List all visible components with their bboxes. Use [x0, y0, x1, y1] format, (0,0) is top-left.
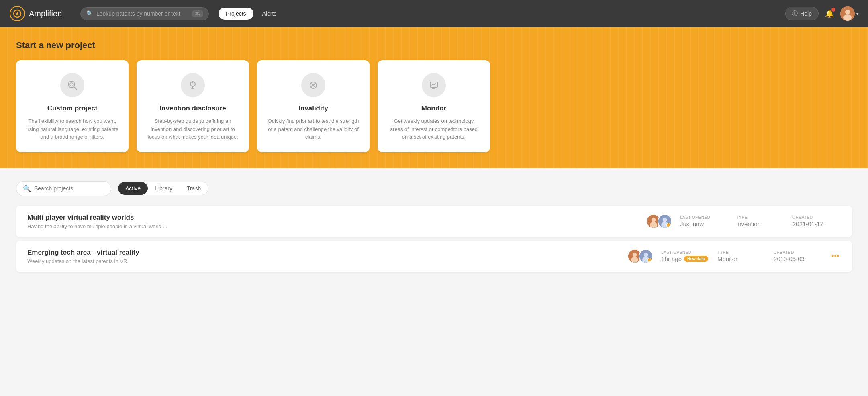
last-opened-value-2: 1hr ago New data	[661, 255, 709, 262]
svg-point-28	[644, 253, 648, 257]
project-avatars-1	[646, 214, 672, 229]
svg-marker-1	[16, 11, 18, 15]
project-desc-1: Having the ability to have multiple peop…	[27, 223, 638, 229]
svg-point-4	[843, 14, 852, 21]
search-projects-input[interactable]	[34, 185, 104, 192]
header-search-bar[interactable]: 🔍 ⌘/	[80, 7, 209, 20]
filter-row: 🔍 Active Library Trash	[16, 181, 852, 196]
card-monitor[interactable]: Monitor Get weekly updates on technology…	[378, 60, 490, 152]
nav-tabs: Projects Alerts	[219, 8, 284, 20]
last-opened-label-1: LAST OPENED	[680, 215, 728, 220]
type-label-1: TYPE	[736, 215, 784, 220]
filter-tabs: Active Library Trash	[118, 182, 208, 195]
card-invention-disclosure[interactable]: Invention disclosure Step-by-step guide …	[137, 60, 249, 152]
filter-tab-trash[interactable]: Trash	[180, 182, 208, 195]
header: Amplified 🔍 ⌘/ Projects Alerts ⓘ Help 🔔	[0, 0, 868, 27]
svg-line-6	[74, 87, 77, 90]
avatar-1-user2	[658, 214, 672, 229]
logo-area: Amplified	[10, 6, 74, 21]
svg-point-20	[650, 222, 657, 228]
keyboard-hint: ⌘/	[192, 10, 203, 17]
project-last-opened-1: LAST OPENED Just now	[680, 215, 728, 227]
invention-disclosure-icon	[181, 73, 205, 97]
help-circle-icon: ⓘ	[792, 10, 798, 17]
project-list: Multi-player virtual reality worlds Havi…	[16, 206, 852, 276]
search-projects-icon: 🔍	[23, 185, 31, 192]
svg-point-19	[652, 218, 656, 222]
more-options-button[interactable]: •••	[830, 251, 841, 262]
new-data-badge: New data	[684, 256, 708, 262]
svg-point-22	[663, 218, 667, 222]
search-projects-container[interactable]: 🔍	[16, 181, 111, 196]
svg-point-26	[631, 257, 638, 263]
help-button[interactable]: ⓘ Help	[785, 7, 819, 20]
avatar	[840, 6, 855, 21]
search-icon: 🔍	[86, 10, 93, 17]
invalidity-title: Invalidity	[298, 104, 328, 112]
avatar-2-user2	[639, 249, 653, 263]
monitor-icon	[422, 73, 446, 97]
type-value-2: Monitor	[717, 255, 766, 262]
project-info-2: Emerging tech area - virtual reality Wee…	[27, 249, 619, 264]
card-invalidity[interactable]: Invalidity Quickly find prior art to tes…	[257, 60, 370, 152]
card-custom-project[interactable]: Custom project The flexibility to search…	[16, 60, 129, 152]
tab-alerts[interactable]: Alerts	[255, 8, 284, 20]
custom-project-title: Custom project	[47, 104, 98, 112]
table-row[interactable]: Emerging tech area - virtual reality Wee…	[16, 241, 852, 272]
project-cards-container: Custom project The flexibility to search…	[16, 60, 852, 152]
invention-disclosure-title: Invention disclosure	[159, 104, 226, 112]
project-type-1: TYPE Invention	[736, 215, 784, 227]
banner-title: Start a new project	[16, 40, 852, 51]
project-last-opened-2: LAST OPENED 1hr ago New data	[661, 250, 709, 262]
type-value-1: Invention	[736, 220, 784, 227]
table-row[interactable]: Multi-player virtual reality worlds Havi…	[16, 206, 852, 237]
created-label-1: CREATED	[792, 215, 841, 220]
header-search-input[interactable]	[96, 10, 189, 17]
monitor-desc: Get weekly updates on technology areas o…	[387, 117, 480, 141]
project-name-2: Emerging tech area - virtual reality	[27, 249, 619, 257]
last-opened-value-1: Just now	[680, 220, 728, 227]
filter-tab-library[interactable]: Library	[148, 182, 180, 195]
created-value-2: 2019-05-03	[774, 255, 822, 262]
header-right: ⓘ Help 🔔 ▾	[785, 6, 858, 21]
project-created-2: CREATED 2019-05-03	[774, 250, 822, 262]
logo-text: Amplified	[29, 9, 62, 18]
project-avatars-2	[627, 249, 653, 263]
project-name-1: Multi-player virtual reality worlds	[27, 214, 638, 222]
svg-point-3	[845, 10, 850, 14]
logo-icon	[10, 6, 25, 21]
custom-project-desc: The flexibility to search how you want, …	[26, 117, 119, 141]
project-created-1: CREATED 2021-01-17	[792, 215, 841, 227]
filter-tab-active[interactable]: Active	[118, 182, 148, 195]
svg-point-29	[642, 257, 649, 263]
svg-point-25	[633, 253, 637, 257]
project-type-2: TYPE Monitor	[717, 250, 766, 262]
project-desc-2: Weekly updates on the latest patents in …	[27, 258, 619, 264]
notifications-bell[interactable]: 🔔	[825, 9, 834, 18]
new-project-banner: Start a new project Custom project The f…	[0, 27, 868, 168]
svg-point-11	[192, 82, 194, 84]
created-label-2: CREATED	[774, 250, 822, 255]
last-opened-label-2: LAST OPENED	[661, 250, 709, 255]
project-info-1: Multi-player virtual reality worlds Havi…	[27, 214, 638, 229]
custom-project-icon	[60, 73, 84, 97]
invention-disclosure-desc: Step-by-step guide to defining an invent…	[146, 117, 239, 141]
help-label: Help	[800, 10, 812, 17]
invalidity-desc: Quickly find prior art to test the stren…	[267, 117, 360, 141]
avatar-caret-icon: ▾	[856, 12, 858, 16]
notification-badge	[831, 8, 835, 12]
monitor-title: Monitor	[421, 104, 446, 112]
tab-projects[interactable]: Projects	[219, 8, 253, 20]
svg-point-23	[661, 222, 668, 228]
created-value-1: 2021-01-17	[792, 220, 841, 227]
user-avatar-area[interactable]: ▾	[840, 6, 858, 21]
svg-point-7	[70, 83, 73, 86]
main-content: 🔍 Active Library Trash Multi-player virt…	[0, 168, 868, 329]
invalidity-icon	[301, 73, 325, 97]
type-label-2: TYPE	[717, 250, 766, 255]
